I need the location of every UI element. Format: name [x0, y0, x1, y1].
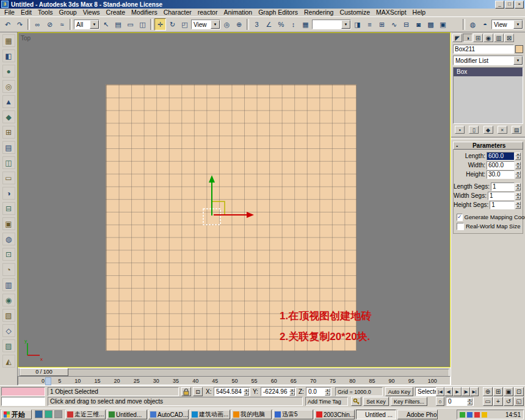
show-end-result-icon[interactable]: ▯: [469, 126, 479, 134]
task-button[interactable]: 建筑动画...: [190, 410, 230, 419]
create-tab-icon[interactable]: ◤: [452, 34, 462, 42]
snap-toggle-icon[interactable]: 3: [251, 18, 262, 31]
left-toolbar-icon[interactable]: ◇: [2, 324, 15, 337]
go-to-start-icon[interactable]: |◀: [436, 387, 444, 396]
left-toolbar-icon[interactable]: ▤: [2, 141, 15, 154]
select-object-icon[interactable]: ↖: [100, 18, 112, 31]
left-toolbar-icon[interactable]: ▨: [2, 339, 15, 352]
absolute-offset-icon[interactable]: ⊡: [193, 387, 203, 396]
parameters-rollout-header[interactable]: - Parameters: [453, 142, 523, 150]
height-segs-spinner[interactable]: ▴▾: [515, 201, 521, 209]
task-button[interactable]: AutoCAD...: [148, 410, 189, 419]
set-key-icon[interactable]: [351, 397, 361, 406]
edit-named-selections-icon[interactable]: ▦: [300, 18, 311, 31]
menu-views[interactable]: Views: [80, 9, 103, 16]
menu-modifiers[interactable]: Modifiers: [128, 9, 161, 16]
left-toolbar-icon[interactable]: ◎: [2, 80, 15, 93]
mirror-icon[interactable]: ◨: [352, 18, 363, 31]
start-button[interactable]: 开始: [1, 410, 32, 419]
left-toolbar-icon[interactable]: ◉: [2, 294, 15, 306]
modifier-list-dropdown[interactable]: Modifier List ▼: [453, 56, 523, 65]
task-button[interactable]: Untitled...: [107, 410, 147, 419]
menu-character[interactable]: Character: [161, 9, 195, 16]
quick-launch-icon[interactable]: [54, 410, 62, 418]
tray-icon[interactable]: [474, 412, 480, 418]
render-scene-icon[interactable]: ▩: [425, 18, 436, 31]
tray-icon[interactable]: [460, 412, 465, 418]
toolbar-extra-icon[interactable]: ◍: [467, 18, 479, 31]
maxscript-mini-listener-macro[interactable]: [1, 387, 45, 396]
z-coord-field[interactable]: 0.0 ▴▾: [306, 387, 331, 396]
schematic-view-icon[interactable]: ⊟: [400, 18, 412, 31]
undo-icon[interactable]: ↶: [2, 18, 13, 31]
arc-rotate-icon[interactable]: ↺: [504, 397, 513, 406]
display-tab-icon[interactable]: ▥: [494, 34, 504, 42]
selection-lock-icon[interactable]: [181, 387, 191, 396]
configure-modifier-sets-icon[interactable]: ▤: [512, 126, 521, 134]
right-toolbar-dropdown[interactable]: View ▼: [491, 20, 523, 29]
select-manipulate-icon[interactable]: ⊕: [233, 18, 245, 31]
spinner-snap-icon[interactable]: ↕: [288, 18, 299, 31]
tray-icon[interactable]: [482, 412, 487, 418]
left-toolbar-icon[interactable]: ▭: [2, 172, 15, 184]
unlink-icon[interactable]: ⊘: [44, 18, 56, 31]
stack-item-box[interactable]: Box: [454, 68, 523, 76]
left-toolbar-icon[interactable]: ◆: [2, 110, 15, 123]
window-crossing-icon[interactable]: ◫: [137, 18, 148, 31]
key-filters-button[interactable]: Key Filters...: [391, 397, 427, 406]
utilities-tab-icon[interactable]: ⊠: [504, 34, 514, 42]
bind-spacewarp-icon[interactable]: ≈: [56, 18, 68, 31]
zoom-region-icon[interactable]: ▭: [483, 397, 493, 406]
pin-stack-icon[interactable]: ▪: [455, 126, 465, 134]
select-by-name-icon[interactable]: ▤: [112, 18, 124, 31]
length-field[interactable]: 600.0: [487, 152, 515, 161]
quick-render-icon[interactable]: ▣: [437, 18, 449, 31]
previous-frame-icon[interactable]: ◀|: [444, 387, 453, 396]
left-toolbar-icon[interactable]: ◫: [2, 156, 15, 169]
menu-file[interactable]: File: [1, 9, 18, 16]
select-and-move-icon[interactable]: ✛: [154, 18, 166, 31]
length-segs-field[interactable]: 1: [491, 183, 515, 191]
set-key-button[interactable]: Set Key: [363, 397, 389, 406]
menu-graph-editors[interactable]: Graph Editors: [255, 9, 301, 16]
generate-mapping-checkbox[interactable]: ✓: [457, 214, 463, 221]
task-button-active[interactable]: Untitled ...: [356, 410, 396, 419]
width-field[interactable]: 600.0: [487, 161, 515, 170]
close-icon[interactable]: ×: [515, 1, 524, 9]
toolbar-extra-icon[interactable]: ◓: [479, 18, 491, 31]
viewport-top[interactable]: Top 1.在顶视图创建地砖 2.关联复制20*20块. y x: [18, 32, 451, 368]
make-unique-icon[interactable]: ◆: [483, 126, 493, 134]
left-toolbar-icon[interactable]: ●: [2, 65, 15, 78]
menu-customize[interactable]: Customize: [336, 9, 373, 16]
menu-edit[interactable]: Edit: [18, 9, 35, 16]
width-segs-spinner[interactable]: ▴▾: [515, 192, 521, 200]
minimize-icon[interactable]: _: [495, 1, 504, 9]
object-color-swatch[interactable]: [515, 45, 523, 53]
hierarchy-tab-icon[interactable]: ⊞: [473, 34, 483, 42]
left-toolbar-icon[interactable]: ⊞: [2, 126, 15, 139]
menu-help[interactable]: Help: [410, 9, 429, 16]
left-toolbar-icon[interactable]: ▲: [2, 95, 15, 108]
named-selection-dropdown[interactable]: ▼: [312, 20, 351, 29]
y-coord-field[interactable]: -6224.96 ▴▾: [261, 387, 296, 396]
left-toolbar-icon[interactable]: ⊟: [2, 202, 15, 215]
use-pivot-center-icon[interactable]: ◎: [221, 18, 233, 31]
move-gizmo[interactable]: [201, 175, 262, 231]
modifier-stack[interactable]: Box: [453, 67, 523, 124]
left-toolbar-icon[interactable]: ◧: [2, 49, 15, 62]
left-toolbar-icon[interactable]: ◍: [2, 233, 15, 245]
quick-launch-icon[interactable]: [45, 410, 52, 418]
go-to-end-icon[interactable]: ▶|: [470, 387, 479, 396]
track-bar[interactable]: 0510152025303540455055606570758085909510…: [18, 376, 451, 385]
left-toolbar-icon[interactable]: ▦: [2, 34, 15, 47]
pan-icon[interactable]: +: [493, 397, 503, 406]
maxscript-mini-listener[interactable]: [1, 397, 45, 406]
layer-manager-icon[interactable]: ⊞: [376, 18, 388, 31]
length-segs-spinner[interactable]: ▴▾: [515, 183, 521, 190]
menu-create[interactable]: Create: [103, 9, 129, 16]
maximize-icon[interactable]: □: [505, 1, 514, 9]
zoom-all-icon[interactable]: ⊞: [493, 387, 503, 396]
select-link-icon[interactable]: ∞: [32, 18, 43, 31]
remove-modifier-icon[interactable]: ×: [498, 126, 507, 134]
task-button[interactable]: 2003Chin...: [314, 410, 355, 419]
